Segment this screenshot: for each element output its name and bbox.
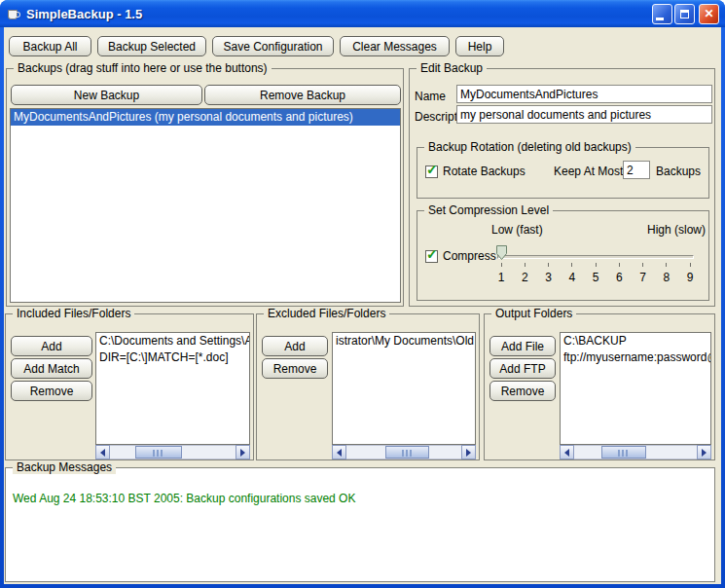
output-group: Output Folders Add File Add FTP Remove C… [484, 313, 715, 460]
backups-group: Backups (drag stuff into here or use the… [6, 68, 404, 307]
output-list[interactable]: C:\BACKUP ftp://myusername:password@ft [560, 332, 711, 445]
high-slow-label: High (slow) [647, 223, 706, 237]
remove-backup-button[interactable]: Remove Backup [204, 85, 401, 105]
compression-group: Set Compression Level Low (fast) High (s… [417, 210, 709, 301]
compress-checkbox[interactable]: ✓ [425, 250, 438, 263]
excluded-list[interactable]: istrator\My Documents\Old Stuff [332, 332, 476, 445]
tick-label: 6 [613, 271, 625, 284]
save-configuration-button[interactable]: Save Configuration [212, 36, 334, 56]
keep-at-most-label: Keep At Most [554, 165, 623, 178]
output-remove-button[interactable]: Remove [489, 381, 556, 401]
scroll-right-icon [466, 449, 471, 457]
backups-group-title: Backups (drag stuff into here or use the… [14, 61, 272, 75]
scroll-left-icon [337, 449, 342, 457]
backups-list[interactable]: MyDocumentsAndPictures (my personal docu… [10, 108, 401, 303]
minimize-button[interactable] [652, 4, 672, 24]
app-icon [6, 7, 21, 21]
included-list[interactable]: C:\Documents and Settings\Adm DIR=[C:\]M… [95, 332, 250, 445]
backup-list-item[interactable]: MyDocumentsAndPictures (my personal docu… [11, 109, 400, 126]
scrollbar-track[interactable] [574, 445, 697, 459]
application-window: SimpleBackup - 1.5 ✕ Backup All Backup S… [0, 0, 725, 588]
scroll-right-icon [240, 449, 245, 457]
included-group: Included Files/Folders Add Add Match Rem… [5, 313, 254, 460]
maximize-icon [680, 10, 689, 18]
backup-rotation-title: Backup Rotation (deleting old backups) [424, 140, 635, 154]
included-add-match-button[interactable]: Add Match [11, 358, 92, 379]
help-button[interactable]: Help [455, 36, 504, 56]
tick-label: 3 [543, 271, 555, 284]
slider-tick-labels: 1 2 3 4 5 6 7 8 9 [495, 271, 696, 284]
scrollbar-thumb[interactable] [385, 446, 429, 459]
window-title: SimpleBackup - 1.5 [26, 7, 647, 21]
low-fast-label: Low (fast) [491, 223, 543, 237]
excluded-scrollbar[interactable] [332, 445, 476, 459]
scroll-left-button[interactable] [95, 445, 110, 459]
scroll-right-button[interactable] [461, 445, 476, 459]
description-input[interactable] [456, 105, 712, 124]
scrollbar-track[interactable] [346, 445, 461, 459]
tick-label: 4 [566, 271, 578, 284]
messages-group: Backup Messages Wed Aug 24 18:53:10 BST … [5, 467, 715, 582]
new-backup-button[interactable]: New Backup [11, 85, 202, 105]
compression-group-title: Set Compression Level [424, 203, 553, 217]
rotate-backups-checkbox[interactable]: ✓ [425, 165, 438, 178]
scrollbar-thumb[interactable] [135, 446, 182, 459]
compress-label: Compress [443, 249, 496, 263]
clear-messages-button[interactable]: Clear Messages [340, 36, 450, 56]
name-input[interactable] [456, 85, 712, 103]
messages-group-title: Backup Messages [13, 460, 116, 474]
scroll-left-button[interactable] [560, 445, 574, 459]
output-add-file-button[interactable]: Add File [489, 336, 556, 356]
list-item[interactable]: C:\Documents and Settings\Adm [96, 333, 249, 349]
list-item[interactable]: DIR=[C:\]MATCH=[*.doc] [96, 349, 249, 366]
scrollbar-track[interactable] [110, 445, 236, 459]
maximize-button[interactable] [674, 4, 695, 24]
list-item[interactable]: C:\BACKUP [561, 333, 710, 349]
close-icon: ✕ [704, 8, 713, 19]
tick-label: 9 [684, 271, 696, 284]
tick-label: 5 [590, 271, 601, 284]
output-add-ftp-button[interactable]: Add FTP [489, 358, 556, 379]
check-icon: ✓ [426, 162, 438, 177]
slider-track[interactable] [497, 255, 694, 259]
backups-unit-label: Backups [656, 165, 701, 178]
tick-label: 2 [519, 271, 530, 284]
scroll-right-button[interactable] [236, 445, 250, 459]
tick-label: 1 [495, 271, 507, 284]
rotate-backups-label: Rotate Backups [443, 165, 526, 178]
output-scrollbar[interactable] [560, 445, 711, 459]
included-remove-button[interactable]: Remove [11, 381, 92, 401]
backup-all-button[interactable]: Backup All [9, 36, 91, 56]
window-controls: ✕ [652, 4, 719, 24]
keep-at-most-input[interactable] [623, 161, 650, 179]
backup-rotation-group: Backup Rotation (deleting old backups) ✓… [417, 147, 709, 199]
scroll-right-icon [702, 449, 707, 457]
check-icon: ✓ [426, 246, 438, 262]
included-group-title: Included Files/Folders [13, 307, 134, 320]
window-content: Backup All Backup Selected Save Configur… [4, 27, 721, 584]
scroll-right-button[interactable] [697, 445, 711, 459]
excluded-remove-button[interactable]: Remove [262, 358, 328, 379]
included-add-button[interactable]: Add [11, 336, 92, 356]
edit-backup-group-title: Edit Backup [417, 61, 487, 75]
output-group-title: Output Folders [491, 307, 576, 320]
excluded-add-button[interactable]: Add [262, 336, 328, 356]
excluded-group-title: Excluded Files/Folders [264, 307, 389, 320]
minimize-icon [656, 18, 664, 20]
titlebar[interactable]: SimpleBackup - 1.5 ✕ [0, 0, 725, 27]
name-label: Name [415, 90, 446, 103]
compression-slider-thumb[interactable] [495, 244, 508, 261]
compression-slider[interactable]: 1 2 3 4 5 6 7 8 9 [495, 239, 696, 297]
tick-label: 8 [661, 271, 672, 284]
scroll-left-icon [100, 449, 105, 457]
scroll-left-icon [564, 449, 569, 457]
tick-label: 7 [637, 271, 649, 284]
included-scrollbar[interactable] [95, 445, 250, 459]
list-item[interactable]: istrator\My Documents\Old Stuff [333, 333, 475, 349]
scroll-left-button[interactable] [332, 445, 346, 459]
message-line: Wed Aug 24 18:53:10 BST 2005: Backup con… [13, 492, 355, 505]
backup-selected-button[interactable]: Backup Selected [97, 36, 206, 56]
list-item[interactable]: ftp://myusername:password@ft [561, 349, 710, 366]
close-button[interactable]: ✕ [699, 4, 719, 24]
scrollbar-thumb[interactable] [601, 446, 646, 459]
